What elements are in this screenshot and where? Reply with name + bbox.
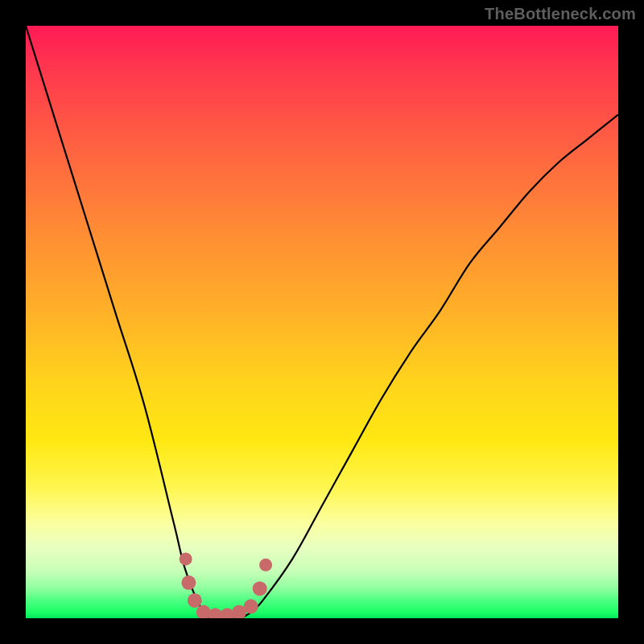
- curves-svg: [26, 26, 618, 618]
- plot-area: [26, 26, 618, 618]
- optimum-dot: [253, 581, 267, 596]
- optimum-dots: [180, 552, 272, 618]
- optimum-dot: [244, 599, 258, 613]
- optimum-dot: [181, 576, 196, 590]
- optimum-dot: [259, 559, 272, 572]
- chart-frame: TheBottleneck.com: [0, 0, 644, 644]
- watermark-text: TheBottleneck.com: [485, 5, 636, 23]
- optimum-dot: [188, 593, 202, 608]
- optimum-dot: [180, 552, 192, 565]
- bottleneck-curve: [26, 26, 618, 618]
